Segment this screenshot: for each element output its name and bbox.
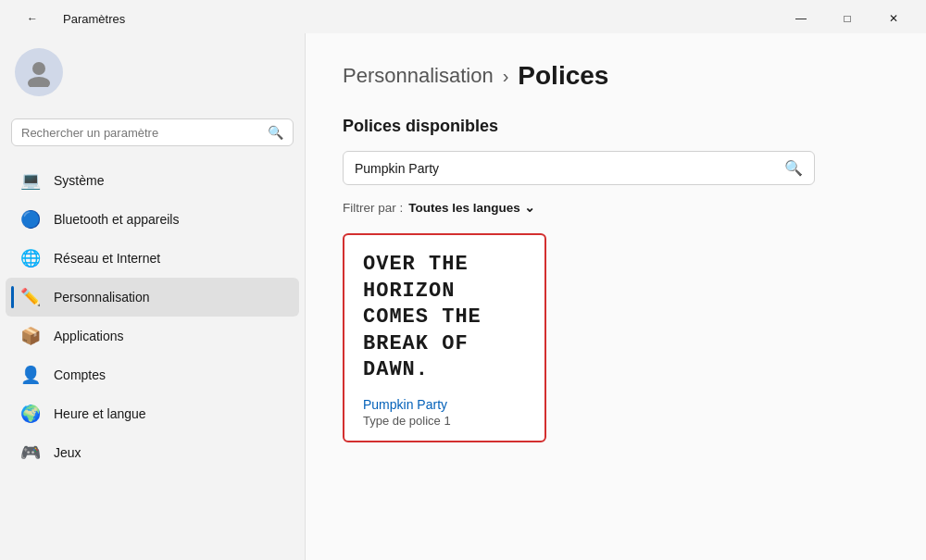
minimize-button[interactable]: — [780, 4, 822, 33]
search-icon: 🔍 [268, 125, 283, 140]
close-button[interactable]: ✕ [872, 4, 915, 33]
svg-point-0 [32, 62, 45, 75]
breadcrumb: Personnalisation › Polices [343, 61, 889, 91]
window-controls: — □ ✕ [780, 4, 915, 33]
section-title: Polices disponibles [343, 117, 889, 136]
breadcrumb-current: Polices [518, 61, 608, 91]
sidebar-item-label-heure: Heure et langue [54, 406, 146, 421]
breadcrumb-parent: Personnalisation [343, 64, 494, 88]
font-search-icon: 🔍 [784, 159, 803, 177]
font-type: Type de police 1 [363, 414, 526, 428]
avatar [15, 48, 63, 96]
sidebar-item-bluetooth[interactable]: 🔵Bluetooth et appareils [6, 200, 299, 239]
comptes-icon: 👤 [20, 365, 41, 385]
reseau-icon: 🌐 [20, 248, 41, 268]
sidebar-item-systeme[interactable]: 💻Système [6, 161, 299, 200]
maximize-button[interactable]: □ [826, 4, 869, 33]
sidebar-item-label-systeme: Système [54, 173, 104, 188]
svg-point-1 [28, 77, 50, 87]
sidebar-item-jeux[interactable]: 🎮Jeux [6, 433, 299, 472]
app-title: Paramètres [63, 12, 125, 26]
sidebar-item-label-comptes: Comptes [54, 367, 106, 382]
breadcrumb-chevron: › [503, 66, 509, 87]
sidebar-item-reseau[interactable]: 🌐Réseau et Internet [6, 239, 299, 278]
sidebar-item-label-jeux: Jeux [54, 445, 81, 460]
back-button[interactable]: ← [11, 4, 54, 33]
personnalisation-icon: ✏️ [20, 287, 41, 307]
sidebar-item-label-reseau: Réseau et Internet [54, 251, 160, 266]
font-name: Pumpkin Party [363, 397, 526, 412]
font-card[interactable]: OVER THE HORIZON COMES THE BREAK OF DAWN… [343, 233, 546, 442]
font-preview: OVER THE HORIZON COMES THE BREAK OF DAWN… [363, 252, 526, 384]
sidebar-item-heure[interactable]: 🌍Heure et langue [6, 394, 299, 433]
sidebar: 🔍 💻Système🔵Bluetooth et appareils🌐Réseau… [0, 33, 306, 560]
font-search-input[interactable] [355, 161, 777, 176]
jeux-icon: 🎮 [20, 442, 41, 463]
search-box[interactable]: 🔍 [11, 118, 294, 146]
filter-row: Filtrer par : Toutes les langues ⌄ [343, 200, 889, 215]
sidebar-item-label-personnalisation: Personnalisation [54, 290, 150, 305]
sidebar-item-comptes[interactable]: 👤Comptes [6, 355, 299, 394]
bluetooth-icon: 🔵 [20, 209, 41, 230]
sidebar-item-personnalisation[interactable]: ✏️Personnalisation [6, 278, 299, 317]
sidebar-item-label-bluetooth: Bluetooth et appareils [54, 212, 179, 227]
filter-chevron-icon: ⌄ [524, 200, 535, 215]
app-body: 🔍 💻Système🔵Bluetooth et appareils🌐Réseau… [0, 33, 926, 560]
filter-label: Filtrer par : [343, 201, 403, 215]
filter-value-button[interactable]: Toutes les langues ⌄ [408, 200, 535, 215]
heure-icon: 🌍 [20, 404, 41, 424]
title-bar: ← Paramètres — □ ✕ [0, 0, 926, 33]
search-input[interactable] [21, 126, 260, 140]
font-search-box[interactable]: 🔍 [343, 151, 815, 185]
content-area: Personnalisation › Polices Polices dispo… [306, 33, 926, 560]
sidebar-item-applications[interactable]: 📦Applications [6, 317, 299, 355]
user-section [0, 33, 305, 118]
sidebar-item-label-applications: Applications [54, 329, 124, 343]
systeme-icon: 💻 [20, 170, 41, 191]
applications-icon: 📦 [20, 326, 41, 346]
nav-list: 💻Système🔵Bluetooth et appareils🌐Réseau e… [0, 161, 305, 472]
